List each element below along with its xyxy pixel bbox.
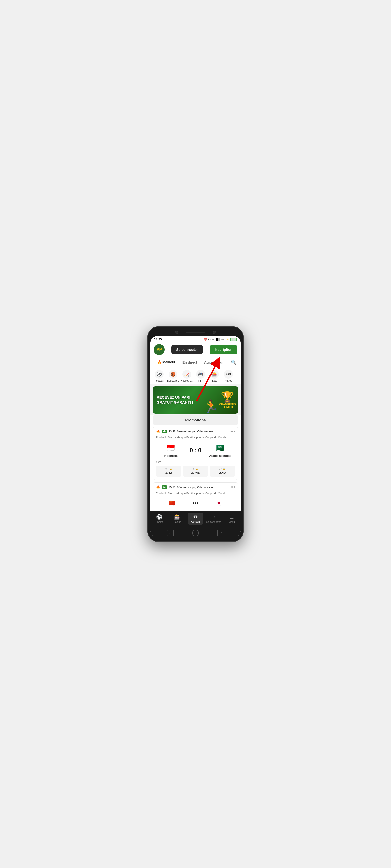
alarm-icon: ⏰ [204, 338, 207, 341]
team1-2: 🇨🇳 [156, 499, 188, 507]
promo-banner[interactable]: RECEVEZ UN PARI GRATUIT GARANTI ! 🏃 🏆 CH… [153, 386, 238, 413]
back-gesture: ⌐ [167, 530, 174, 536]
match-header-2: 🔥 ⦿ 25:26, 1ère mi-temps, Videoreview ••… [153, 483, 238, 492]
sport-fifa[interactable]: 🎮 FIFA [194, 370, 207, 382]
banner-trophy: 🏆 CHAMPIONSLEAGUE [219, 386, 236, 413]
odds-label-1: 1X2 [153, 459, 238, 465]
charging-icon: ⚡ [226, 338, 229, 341]
lock-icon-1: 🔒 [169, 468, 172, 470]
lock-icon-2: 🔒 [195, 468, 198, 470]
match-fire-icon-1: 🔥 [156, 429, 160, 433]
team1-flag-2: 🇨🇳 [168, 499, 177, 507]
bottom-nav-menu[interactable]: ☰ Menu [223, 513, 241, 526]
match-header-1: 🔥 ⦿ 23:26, 1ère mi-temps, Videoreview ••… [153, 427, 238, 436]
live-indicator-2: ⦿ [162, 485, 167, 489]
live-time-2: 25:26, 1ère mi-temps, Videoreview [169, 486, 213, 489]
camera-right [213, 331, 216, 334]
bottom-nav-casino[interactable]: 🎰 Casino [168, 513, 186, 526]
live-indicator-1: ⦿ [162, 430, 167, 433]
status-time: 13:25 [154, 338, 162, 341]
sport-hockey-label: Hockey s... [181, 379, 193, 382]
app-header: AP Se connecter Inscription [150, 342, 241, 357]
team1-flag-1: 🇮🇩 [166, 443, 176, 453]
bottom-nav: ⚽ Sports 🎰 Casino 🎟 Coupon ↪ Se connecte… [150, 511, 241, 527]
data-speed-icon: 45.7 [221, 338, 226, 341]
odd-v1[interactable]: V1 🔒 3.42 [156, 466, 181, 477]
casino-icon: 🎰 [174, 514, 180, 520]
match-score-2: ••• [188, 500, 202, 506]
team2-name-1: Arabie saoudite [209, 454, 231, 458]
signal-icon: ▐▌▌ [215, 338, 220, 341]
battery-icon: ▓▓▓ [230, 338, 237, 341]
menu-icon: ☰ [229, 514, 234, 520]
champions-text: CHAMPIONSLEAGUE [219, 403, 236, 409]
status-bar: 13:25 ⏰ ✦ LTE ▐▌▌ 45.7 ⚡ ▓▓▓ [150, 336, 241, 342]
sport-autres[interactable]: +99 Autres [222, 370, 235, 382]
tab-meilleur[interactable]: 🔥 Meilleur [154, 358, 179, 367]
basketball-icon: 🏀 [169, 370, 177, 379]
promotions-bar[interactable]: Promotions [153, 415, 238, 425]
sports-label: Sports [156, 521, 163, 523]
login-nav-label: Se connecter [206, 521, 221, 523]
trophy-icon: 🏆 [221, 391, 234, 403]
loto-icon: 🎰 [210, 370, 219, 379]
bottom-nav-coupon[interactable]: 🎟 Coupon [186, 513, 204, 526]
odd-x-label: X 🔒 [193, 468, 198, 470]
fire-icon: 🔥 [157, 360, 161, 364]
sports-icon: ⚽ [156, 514, 162, 520]
odd-x[interactable]: X 🔒 2.745 [183, 466, 208, 477]
sport-basketball[interactable]: 🏀 Basket-b... [167, 370, 179, 382]
team2-flag-1: 🇸🇦 [215, 443, 225, 453]
sport-basketball-label: Basket-b... [167, 379, 179, 382]
gesture-nav: ⌐ ○ ↩ [150, 527, 241, 537]
tab-aujourdhui[interactable]: Aujourd'hui [201, 358, 227, 367]
coupon-icon: 🎟 [193, 514, 198, 520]
recent-gesture: ↩ [217, 530, 224, 536]
bottom-nav-sports[interactable]: ⚽ Sports [150, 513, 168, 526]
status-icons: ⏰ ✦ LTE ▐▌▌ 45.7 ⚡ ▓▓▓ [204, 338, 237, 341]
sport-football[interactable]: ⚽ Football [153, 370, 166, 382]
more-options-1[interactable]: ••• [230, 429, 235, 434]
home-gesture: ○ [192, 530, 199, 536]
live-badge-1: 🔥 ⦿ 23:26, 1ère mi-temps, Videoreview [156, 429, 213, 433]
sports-row: ⚽ Football 🏀 Basket-b... 🏒 Hockey s... 🎮… [150, 368, 241, 384]
coupon-label: Coupon [191, 520, 200, 523]
sport-loto[interactable]: 🎰 Loto [208, 370, 221, 382]
banner-section: RECEVEZ UN PARI GRATUIT GARANTI ! 🏃 🏆 CH… [150, 384, 241, 415]
coupon-button[interactable]: 🎟 Coupon [188, 513, 203, 525]
sport-fifa-label: FIFA [198, 379, 203, 382]
bottom-nav-login[interactable]: ↪ Se connecter [205, 513, 223, 526]
bluetooth-icon: ✦ [207, 338, 210, 341]
odd-v2-label: V2 🔒 [219, 468, 226, 470]
team2-2: 🇯🇵 [203, 499, 235, 507]
fifa-icon: 🎮 [196, 370, 205, 379]
match-teams-1: 🇮🇩 Indonésie 0 : 0 🇸🇦 Arabie saoudite [153, 441, 238, 459]
register-button[interactable]: Inscription [210, 345, 237, 354]
login-button[interactable]: Se connecter [171, 345, 203, 354]
match-subtitle-2: Football . Matchs de qualification pour … [153, 492, 238, 497]
live-time-1: 23:26, 1ère mi-temps, Videoreview [169, 430, 213, 433]
football-icon: ⚽ [155, 370, 164, 379]
lock-icon-3: 🔒 [223, 468, 226, 470]
sport-football-label: Football [155, 379, 164, 382]
more-options-2[interactable]: ••• [230, 485, 235, 490]
live-badge-2: 🔥 ⦿ 25:26, 1ère mi-temps, Videoreview [156, 485, 213, 489]
sport-loto-label: Loto [212, 379, 217, 382]
phone-top-bar [150, 331, 241, 334]
phone-speaker [186, 332, 205, 333]
match-subtitle-1: Football . Matchs de qualification pour … [153, 436, 238, 441]
odd-v1-value: 3.42 [165, 471, 172, 475]
match-teams-2: 🇨🇳 ••• 🇯🇵 [153, 497, 238, 510]
match-fire-icon-2: 🔥 [156, 485, 160, 489]
tab-en-direct[interactable]: En direct [179, 358, 201, 367]
login-nav-icon: ↪ [212, 514, 216, 520]
search-icon[interactable]: 🔍 [230, 357, 237, 368]
match-score-1: 0 : 0 [186, 447, 205, 454]
odd-v2-value: 2.49 [219, 471, 226, 475]
menu-label: Menu [229, 521, 235, 523]
app-logo: AP [154, 344, 165, 355]
sport-hockey[interactable]: 🏒 Hockey s... [180, 370, 193, 382]
casino-label: Casino [173, 521, 181, 523]
odd-x-value: 2.745 [191, 471, 200, 475]
odd-v2[interactable]: V2 🔒 2.49 [210, 466, 235, 477]
